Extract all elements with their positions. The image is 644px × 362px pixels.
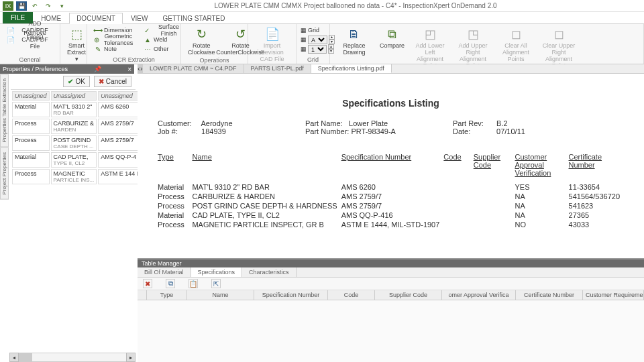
document-tabs: ‹ › LOWER PLATE CMM ~ C4.PDF PARTS LIST-… xyxy=(138,64,644,74)
group-grid-label: Grid xyxy=(301,56,325,64)
doctab-3[interactable]: Specifications Listing.pdf xyxy=(311,64,392,73)
col-header[interactable]: Unassigned xyxy=(51,91,97,101)
doctab-1[interactable]: LOWER PLATE CMM ~ C4.PDF xyxy=(143,64,244,73)
pin-icon[interactable]: 📌 xyxy=(94,66,101,72)
spec-row: MaterialCAD PLATE, TYPE II, CL2AMS QQ-P-… xyxy=(158,210,624,220)
spec-row: ProcessCARBURIZE & HARDENAMS 2759/7NA541… xyxy=(158,192,624,201)
spec-row: ProcessPOST GRIND CASE DEPTH & HARDNESSA… xyxy=(158,201,624,210)
ribbon-tabs: FILE HOME DOCUMENT VIEW GETTING STARTED xyxy=(0,12,644,24)
check-icon: ✔ xyxy=(68,78,73,85)
side-tabs: Properties Table Extraction Project Prop… xyxy=(0,74,9,200)
group-operations-label: Operations xyxy=(185,57,244,64)
add-file-icon: 📄 xyxy=(7,26,15,34)
tmgr-tab-char[interactable]: Characteristics xyxy=(242,267,297,277)
quick-access-toolbar: IX 💾 ↶ ↷ ▾ xyxy=(0,1,67,11)
properties-panel-title: Properties / Preferences 📌 × xyxy=(0,64,134,74)
replace-drawing-button[interactable]: 🗎Replace Drawing xyxy=(334,25,374,57)
grid-1-select[interactable]: 1 xyxy=(308,45,327,54)
compare-button[interactable]: ⧉Compare xyxy=(377,25,407,50)
import-revision-button[interactable]: 📄Import Revision CAD File xyxy=(252,25,292,64)
align-ur-icon: ◳ xyxy=(466,27,480,42)
rotate-cw-icon: ↻ xyxy=(194,27,209,42)
tmgr-tab-bom[interactable]: Bill Of Material xyxy=(138,267,191,277)
vtab-table-extraction[interactable]: Properties Table Extraction xyxy=(0,74,9,147)
vtab-project-properties[interactable]: Project Properties xyxy=(0,147,9,200)
copy-icon[interactable]: ⧉ xyxy=(166,279,175,288)
group-ocr-label: OCR Extraction xyxy=(91,56,176,64)
tmgr-tab-spec[interactable]: Specifications xyxy=(191,267,243,277)
x-icon: ✖ xyxy=(99,78,104,85)
doc-meta: Customer: Aerodyne Part Name: Lower Plat… xyxy=(158,119,624,135)
tab-view[interactable]: VIEW xyxy=(124,13,155,23)
align-ll-icon: ◰ xyxy=(423,27,437,42)
grid-icon: ▦ xyxy=(301,27,307,34)
rotate-ccw-icon: ↺ xyxy=(233,27,248,42)
doctab-2[interactable]: PARTS LIST-PL.pdf xyxy=(244,64,311,73)
tmgr-columns: Type Name Specification Number Code Supp… xyxy=(138,290,644,300)
grid-1-icon: ▦ xyxy=(301,46,307,52)
clear-ur-button[interactable]: ◻Clear Upper Right Alignment Point xyxy=(539,25,579,70)
scroll-thumb[interactable] xyxy=(19,353,32,361)
undo-icon[interactable]: ↶ xyxy=(30,1,40,11)
ribbon: 📄ADD CAD/PDF File(s) 📄Remove CAD/PDF Fil… xyxy=(0,24,644,64)
ok-button[interactable]: ✔OK xyxy=(63,76,89,87)
grid-a-icon: ▦ xyxy=(301,36,307,43)
add-ur-button[interactable]: ◳Add Upper Right Alignment Point xyxy=(453,25,493,70)
add-ll-button[interactable]: ◰Add Lower Left Alignment Point xyxy=(410,25,450,70)
tab-document[interactable]: DOCUMENT xyxy=(69,13,123,24)
gtol-button[interactable]: ⊕Geometric Tolerances xyxy=(91,35,138,44)
other-icon: ⋯ xyxy=(144,45,152,53)
window-title: LOWER PLATE CMM CMMX Project ballooned n… xyxy=(67,2,644,9)
tab-getting-started[interactable]: GETTING STARTED xyxy=(156,13,231,23)
gtol-icon: ⊕ xyxy=(94,36,99,44)
smart-extract-button[interactable]: ⬚Smart Extract ▾ xyxy=(64,25,89,64)
grid-a-select[interactable]: A xyxy=(308,36,327,44)
extract-icon: ⬚ xyxy=(69,27,84,42)
note-button[interactable]: ✎Note xyxy=(91,44,138,54)
group-general-label: General xyxy=(4,56,56,64)
scroll-right-icon[interactable]: ▸ xyxy=(126,353,136,362)
clear-icon: ◻ xyxy=(508,27,523,42)
surface-icon: ✓ xyxy=(144,26,150,34)
remove-file-icon: 📄 xyxy=(7,36,15,44)
left-hscroll[interactable]: ◂ ▸ xyxy=(9,353,136,362)
import-icon: 📄 xyxy=(265,27,280,42)
prop-actions: ✔OK ✖Cancel xyxy=(11,74,136,90)
replace-icon: 🗎 xyxy=(347,27,362,42)
export-icon[interactable]: ⇱ xyxy=(211,279,221,288)
spec-row: MaterialMAT'L 9310 2" RD BARAMS 6260YES1… xyxy=(158,182,624,192)
table-manager: Table Manager Bill Of Material Specifica… xyxy=(138,258,644,362)
redo-icon[interactable]: ↷ xyxy=(43,1,54,11)
title-bar: IX 💾 ↶ ↷ ▾ LOWER PLATE CMM CMMX Project … xyxy=(0,0,644,12)
clear-all-button[interactable]: ◻Clear All Alignment Points xyxy=(496,25,536,64)
cancel-button[interactable]: ✖Cancel xyxy=(94,76,131,87)
save-icon[interactable]: 💾 xyxy=(16,1,27,11)
doc-title: Specifications Listing xyxy=(158,98,624,109)
paste-icon[interactable]: 📋 xyxy=(189,279,198,288)
spec-table: Type Name Specification Number Code Supp… xyxy=(158,152,624,229)
compare-icon: ⧉ xyxy=(385,27,400,42)
rotate-cw-button[interactable]: ↻Rotate Clockwise xyxy=(185,25,218,57)
document-view: Specifications Listing Customer: Aerodyn… xyxy=(138,74,644,258)
tmgr-title: Table Manager xyxy=(138,259,644,267)
clear-ur-icon: ◻ xyxy=(551,27,566,42)
scroll-left-icon[interactable]: ◂ xyxy=(9,353,19,362)
remove-cad-button[interactable]: 📄Remove CAD/PDF File xyxy=(4,35,56,44)
note-icon: ✎ xyxy=(94,45,102,53)
qat-icon[interactable]: IX xyxy=(3,1,13,11)
close-icon[interactable]: × xyxy=(127,66,131,73)
delete-icon[interactable]: ✖ xyxy=(143,279,152,288)
col-header[interactable]: Unassigned xyxy=(12,91,50,101)
weld-icon: ▲ xyxy=(144,36,152,44)
qat-dropdown-icon[interactable]: ▾ xyxy=(56,1,67,11)
spec-row: ProcessMAGNETIC PARTICLE INSPECT, GR BAS… xyxy=(158,220,624,229)
